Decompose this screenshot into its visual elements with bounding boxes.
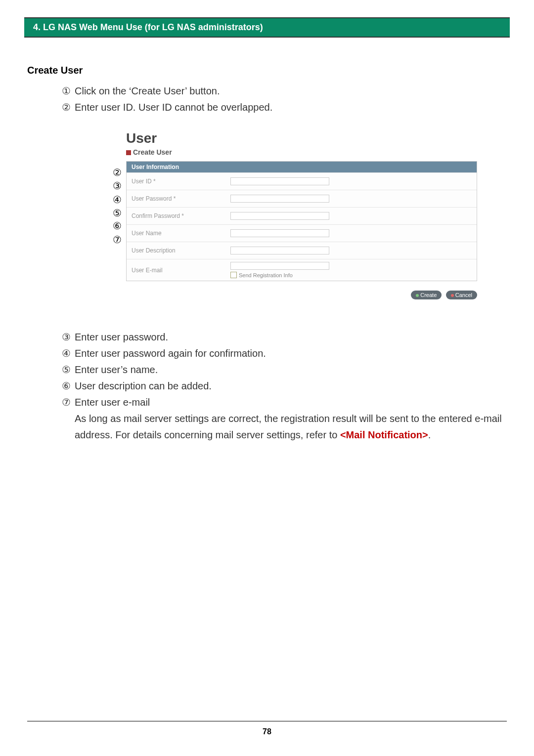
label-user-name: User Name: [132, 230, 230, 237]
callout-3: ③: [111, 180, 123, 192]
checkbox-send-registration[interactable]: [230, 272, 237, 278]
cancel-button[interactable]: Cancel: [446, 291, 477, 299]
page-number: 78: [0, 727, 534, 736]
panel-breadcrumb-text: Create User: [133, 148, 172, 156]
label-confirm-password: Confirm Password *: [132, 212, 230, 219]
callout-2: ②: [111, 167, 123, 178]
step-text-7: Enter user e-mail: [75, 394, 507, 411]
checkbox-send-registration-label: Send Registration Info: [239, 272, 293, 278]
input-confirm-password[interactable]: [230, 212, 329, 220]
step-note: As long as mail server settings are corr…: [75, 411, 507, 443]
step-marker-2: ②: [61, 99, 72, 116]
label-user-password: User Password *: [132, 195, 230, 202]
input-user-email[interactable]: [230, 262, 329, 270]
step-marker-4: ④: [61, 345, 72, 362]
row-user-description: User Description: [127, 242, 477, 259]
callout-4: ④: [111, 194, 123, 206]
panel-breadcrumb: Create User: [126, 148, 477, 156]
step-marker-6: ⑥: [61, 378, 72, 394]
note-body: As long as mail server settings are corr…: [75, 413, 502, 440]
embedded-screenshot: ② ③ ④ ⑤ ⑥ ⑦ User Create User User Inform…: [111, 130, 477, 299]
step-text-5: Enter user’s name.: [75, 362, 507, 378]
chapter-header: 4. LG NAS Web Menu Use (for LG NAS admin…: [24, 17, 510, 38]
create-button[interactable]: Create: [411, 291, 442, 299]
row-confirm-password: Confirm Password *: [127, 207, 477, 224]
instructions-top: ① Click on the ‘Create User’ button. ② E…: [61, 83, 507, 116]
panel-header: User Information: [127, 162, 477, 172]
label-user-id: User ID *: [132, 178, 230, 185]
row-user-name: User Name: [127, 224, 477, 242]
step-marker-7: ⑦: [61, 394, 72, 411]
instructions-bottom: ③ Enter user password. ④ Enter user pass…: [61, 329, 507, 443]
footer-rule: [27, 721, 507, 721]
row-user-id: User ID *: [127, 172, 477, 190]
user-info-panel: User Information User ID * User Password…: [126, 161, 477, 281]
note-tail: .: [428, 429, 431, 440]
step-text-3: Enter user password.: [75, 329, 507, 345]
step-marker-5: ⑤: [61, 362, 72, 378]
row-user-email: User E-mail Send Registration Info: [127, 259, 477, 281]
callout-6: ⑥: [111, 220, 123, 232]
step-text-2: Enter user ID. User ID cannot be overlap…: [75, 99, 507, 116]
callout-5: ⑤: [111, 207, 123, 219]
section-title: Create User: [27, 65, 507, 76]
label-user-description: User Description: [132, 247, 230, 254]
input-user-description[interactable]: [230, 247, 329, 254]
step-text-6: User description can be added.: [75, 378, 507, 394]
callout-7: ⑦: [111, 234, 123, 246]
step-text-1: Click on the ‘Create User’ button.: [75, 83, 507, 99]
input-user-password[interactable]: [230, 195, 329, 203]
label-user-email: User E-mail: [132, 267, 230, 274]
plus-icon: [416, 294, 419, 297]
cancel-button-label: Cancel: [455, 292, 472, 298]
cancel-icon: [451, 294, 454, 297]
panel-title: User: [126, 130, 477, 146]
input-user-name[interactable]: [230, 229, 329, 237]
input-user-id[interactable]: [230, 177, 329, 185]
row-user-password: User Password *: [127, 190, 477, 207]
step-marker-1: ①: [61, 83, 72, 99]
create-button-label: Create: [420, 292, 437, 298]
step-text-4: Enter user password again for confirmati…: [75, 345, 507, 362]
step-marker-3: ③: [61, 329, 72, 345]
mail-notification-link[interactable]: <Mail Notification>: [340, 429, 428, 440]
breadcrumb-icon: [126, 150, 131, 155]
